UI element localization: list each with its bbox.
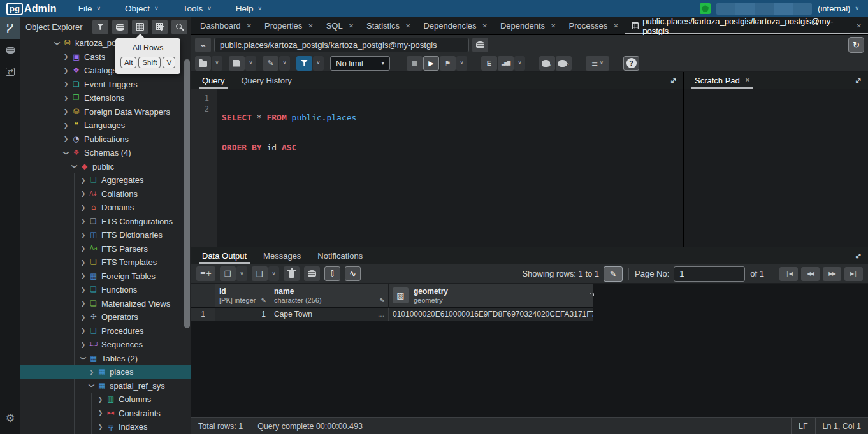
tree-item-materialized-views[interactable]: ❏ Materialized Views (20, 297, 191, 311)
refresh-button[interactable]: ↻ (848, 37, 864, 53)
tree-item-operators[interactable]: ✣ Operators (20, 310, 191, 324)
execute-button[interactable]: ▶ (423, 56, 439, 71)
menu-item[interactable]: Object ∨ (125, 4, 159, 13)
column-header-id[interactable]: id [PK] integer ✎ (215, 284, 270, 308)
tree-item-event-triggers[interactable]: ❏ Event Triggers (20, 78, 191, 92)
open-file-menu-button[interactable]: ∨ (212, 56, 222, 71)
execute-menu-button[interactable]: ∨ (456, 56, 467, 71)
tree-item-aggregates[interactable]: ❏ Aggregates (20, 173, 191, 187)
tree-item-procedures[interactable]: ❏ Procedures (20, 324, 191, 338)
expand-chevron-icon[interactable] (78, 232, 88, 238)
connection-field[interactable]: public.places/kartoza_postgis/kartoza_po… (214, 38, 469, 52)
main-tab[interactable]: Dependencies ✕ (417, 17, 494, 34)
main-tab[interactable]: public.places/kartoza_postgis/kartoza_po… (625, 17, 868, 34)
last-page-button[interactable]: ▶❘ (844, 267, 863, 281)
expand-chevron-icon[interactable] (61, 95, 71, 101)
account-area[interactable]: (internal) ∨ (700, 3, 859, 15)
column-header-name[interactable]: name character (256) ✎ (270, 284, 389, 308)
tree-item-indexes[interactable]: ╦ Indexes (20, 420, 191, 434)
main-tab[interactable]: Processes ✕ (562, 17, 625, 34)
search-button[interactable] (171, 20, 187, 34)
save-file-button[interactable] (229, 56, 245, 71)
activity-query-tool[interactable] (0, 39, 20, 61)
expand-chevron-icon[interactable] (78, 205, 88, 211)
tree-item-schemas[interactable]: ❖ Schemas (4) (20, 146, 191, 160)
add-row-button[interactable]: ≡+ (196, 266, 215, 281)
tree-item-publications[interactable]: ◔ Publications (20, 133, 191, 147)
expand-chevron-icon[interactable] (87, 382, 96, 389)
tree-item-constraints[interactable]: ▶◀ Constraints (20, 407, 191, 421)
save-data-button[interactable] (304, 266, 320, 281)
expand-chevron-icon[interactable] (78, 328, 88, 334)
expand-chevron-icon[interactable] (61, 150, 71, 156)
close-icon[interactable]: ✕ (349, 23, 354, 29)
disconnect-button[interactable]: ⌁ (195, 38, 211, 52)
tree-item-tables[interactable]: ▦ Tables (2) (20, 352, 191, 366)
row-limit-select[interactable]: No limit ▾ (330, 56, 390, 71)
close-icon[interactable]: ✕ (857, 23, 862, 29)
expand-chevron-icon[interactable] (78, 218, 88, 224)
delete-row-button[interactable] (284, 266, 300, 281)
view-all-rows-button[interactable] (132, 20, 148, 34)
expand-chevron-icon[interactable] (52, 40, 62, 47)
eol-indicator[interactable]: LF (791, 418, 815, 434)
activity-object-explorer[interactable]: ⌥ (0, 17, 20, 39)
main-tab[interactable]: Dashboard ✕ (194, 17, 258, 34)
editor-code[interactable]: SELECT * FROM public.places ORDER BY id … (217, 89, 356, 247)
expand-chevron-icon[interactable] (78, 300, 88, 307)
output-tab[interactable]: Messages (260, 247, 304, 264)
tree-item-functions[interactable]: ❏ Functions (20, 283, 191, 297)
paste-menu-button[interactable]: ∨ (268, 266, 279, 281)
tree-item-fts-templates[interactable]: ❏ FTS Templates (20, 256, 191, 270)
download-results-button[interactable]: ⇩ (324, 266, 340, 281)
tree-item-columns[interactable]: ▥ Columns (20, 393, 191, 407)
tree-item-places[interactable]: ▦ places (20, 365, 191, 379)
tree-item-public[interactable]: ◆ public (20, 160, 191, 174)
cell-geometry[interactable]: 0101000020E610000016E9FD8F6970324020CEFA… (389, 308, 593, 321)
expand-chevron-icon[interactable] (78, 355, 88, 361)
output-tab[interactable]: Data Output (199, 247, 250, 264)
tree-scrollbar[interactable] (184, 59, 190, 328)
copy-button[interactable]: ❐ (220, 266, 236, 281)
close-icon[interactable]: ✕ (405, 23, 410, 29)
expand-chevron-icon[interactable] (61, 68, 71, 74)
query-tool-button[interactable] (112, 20, 128, 34)
graph-visualiser-button[interactable]: ∿ (345, 266, 361, 281)
next-page-button[interactable]: ▶▶ (823, 267, 841, 281)
first-page-button[interactable]: ❘◀ (779, 267, 798, 281)
execute-options-button[interactable]: ⚑ (440, 56, 456, 71)
previous-page-button[interactable]: ◀◀ (801, 267, 820, 281)
main-tab[interactable]: Dependents ✕ (494, 17, 563, 34)
close-icon[interactable]: ✕ (613, 23, 618, 29)
tree-item-sequences[interactable]: 1..3 Sequences (20, 338, 191, 352)
tree-item-domains[interactable]: ⌂ Domains (20, 201, 191, 215)
help-button[interactable]: ? (623, 56, 639, 71)
explain-menu-button[interactable]: ∨ (514, 56, 525, 71)
expand-chevron-icon[interactable] (69, 163, 79, 170)
expand-chevron-icon[interactable] (78, 314, 88, 321)
tree-item-foreign-tables[interactable]: ▦ Foreign Tables (20, 270, 191, 284)
column-header-geometry[interactable]: ▧ geometry geometry (389, 284, 593, 308)
filter-button[interactable] (296, 56, 312, 71)
open-file-button[interactable] (195, 56, 211, 71)
main-tab[interactable]: SQL ✕ (320, 17, 360, 34)
expand-chevron-icon[interactable] (78, 287, 88, 293)
rollback-button[interactable]: ↶ (556, 56, 572, 71)
expand-chevron-icon[interactable] (78, 273, 88, 279)
expand-panel-icon[interactable]: ↔ (855, 75, 862, 86)
filter-button[interactable] (92, 20, 108, 34)
tree-item-collations[interactable]: A↓ Collations (20, 187, 191, 201)
expand-chevron-icon[interactable] (61, 54, 71, 60)
tree-item-fts-configurations[interactable]: ❑ FTS Configurations (20, 215, 191, 229)
macros-button[interactable]: ☰ ∨ (586, 56, 609, 71)
tree-item-fts-dictionaries[interactable]: ◫ FTS Dictionaries (20, 228, 191, 242)
cell-name[interactable]: Cape Town ... (270, 308, 389, 321)
expand-chevron-icon[interactable] (78, 177, 88, 184)
scratch-pad-tab[interactable]: Scratch Pad ✕ (691, 72, 753, 89)
close-icon[interactable]: ✕ (482, 23, 488, 29)
close-icon[interactable]: ✕ (247, 23, 252, 29)
main-tab[interactable]: Statistics ✕ (360, 17, 417, 34)
output-tab[interactable]: Notifications (314, 247, 366, 264)
row-number-cell[interactable]: 1 (191, 308, 215, 321)
expand-chevron-icon[interactable] (61, 136, 71, 142)
